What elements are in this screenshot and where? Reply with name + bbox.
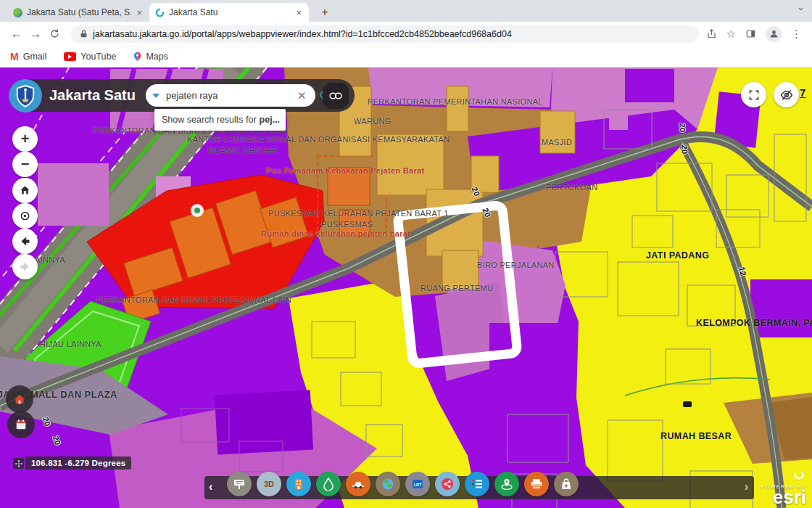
svg-text:LRT: LRT [414, 483, 422, 487]
layer-count-link[interactable]: 7 [800, 86, 805, 99]
browser-tab-1[interactable]: Jakarta Satu (Satu Peta, Satu D × [7, 3, 149, 22]
map-label: WARUNG [354, 117, 392, 126]
toolbar-print-button[interactable] [524, 472, 549, 496]
search-source-dropdown-icon[interactable] [152, 94, 160, 98]
toolbar-prev-icon[interactable]: ‹ [209, 480, 212, 493]
arrow-right-icon [19, 261, 31, 273]
reload-icon[interactable] [45, 25, 64, 44]
house-icon [13, 393, 26, 406]
map-label: RUMAH BESAR [660, 431, 732, 441]
basemap-home-button[interactable] [6, 385, 33, 413]
menu-dots-icon[interactable]: ⋮ [791, 28, 802, 41]
gmail-icon: M [10, 51, 19, 62]
map-label: JATI PADANG [646, 250, 709, 261]
browser-tab-2[interactable]: Jakarta Satu × [149, 3, 309, 22]
fullscreen-button[interactable] [741, 82, 766, 107]
jakarta-logo [9, 79, 42, 112]
side-panel-icon[interactable] [745, 28, 756, 39]
calendar-button[interactable] [7, 411, 35, 438]
map-label: BIRO PERJALANAN [477, 261, 555, 269]
previous-extent-button[interactable] [12, 229, 38, 254]
jakarta-satu-favicon-icon [155, 8, 165, 17]
next-extent-button[interactable] [12, 254, 38, 279]
toolbar-building-info-button[interactable] [286, 472, 311, 496]
arrow-left-icon [19, 235, 31, 247]
tab-close-icon[interactable]: × [135, 7, 144, 18]
toolbar-water-button[interactable] [316, 472, 341, 496]
toolbar-3d-map-button[interactable]: 3D [257, 472, 281, 496]
bookmark-maps[interactable]: Maps [133, 52, 168, 62]
padlock-icon [80, 29, 88, 38]
tab-close-icon[interactable]: × [294, 7, 303, 18]
map-label: KELOMPOK BERMAIN, PAUD, [696, 318, 812, 328]
toolbar-location-button[interactable] [494, 472, 519, 496]
bookmark-youtube[interactable]: YouTube [64, 52, 116, 62]
home-icon [19, 184, 31, 197]
toolbar-legend-button[interactable] [465, 472, 489, 496]
esri-logo-text: esri [761, 489, 806, 505]
toolbar-advertising-board-button[interactable] [227, 472, 252, 496]
link-icon [329, 91, 342, 100]
tab-title: Jakarta Satu (Satu Peta, Satu D [27, 7, 130, 17]
toolbar-next-icon[interactable]: › [745, 480, 748, 493]
map-label: PUSKESMAS KELURAHAN PEJATEN BARAT 1 [268, 209, 449, 218]
maps-pin-icon [133, 52, 141, 62]
tab-title: Jakarta Satu [169, 7, 290, 17]
crosshair-icon [15, 460, 22, 467]
profile-avatar[interactable] [766, 26, 782, 42]
youtube-icon [64, 52, 76, 61]
toolbar-add-data-button[interactable] [554, 472, 579, 496]
share-link-button[interactable] [323, 83, 349, 109]
clear-search-icon[interactable]: ✕ [294, 89, 310, 102]
forward-icon[interactable]: → [26, 25, 45, 44]
zoom-out-button[interactable]: − [12, 152, 38, 177]
bookmark-star-icon[interactable]: ☆ [726, 28, 736, 41]
search-input[interactable] [166, 90, 294, 101]
fullscreen-icon [748, 89, 760, 101]
toolbar-heavy-vehicle-button[interactable] [346, 472, 370, 496]
bookmarks-bar: M Gmail YouTube Maps [0, 46, 812, 67]
map-label: Rumah dinas kelurahan pejaten barat [261, 229, 410, 238]
map-label: 12 [737, 266, 747, 276]
esri-attribution: POWERED BY esri [761, 469, 806, 505]
selected-parcel-highlight [392, 200, 523, 369]
suggestion-term: pej... [260, 115, 280, 125]
map-label: 20 [678, 123, 687, 132]
globe-favicon-icon [13, 8, 22, 17]
map-label: Pos Pemadam Kebakaran Pejaten Barat [266, 166, 424, 175]
chevron-down-icon[interactable]: ⌄ [797, 1, 805, 12]
share-icon[interactable] [706, 28, 717, 39]
toolbar-lrt-button[interactable]: LRT [405, 472, 430, 496]
search-suggestion[interactable]: Show search results for pej... [154, 109, 286, 131]
locate-icon [19, 210, 31, 222]
map-label: PUSKESMAS [321, 220, 373, 229]
address-bar[interactable]: jakartasatu.jakarta.go.id/portal/apps/we… [71, 25, 699, 43]
map-label: HIJAU LAINNYA [40, 340, 102, 348]
map-label: MASJID [542, 138, 572, 147]
bottom-toolbar: ‹ › 3DLRT [204, 476, 754, 499]
map-label: PERTOKOAN [546, 183, 597, 192]
back-icon[interactable]: ← [7, 25, 26, 44]
map-label: 20 [680, 144, 689, 154]
url-text: jakartasatu.jakarta.go.id/portal/apps/we… [93, 29, 512, 39]
search-box[interactable]: ✕ [146, 84, 315, 107]
toolbar-globe-basemap-button[interactable] [376, 472, 400, 496]
coordinate-tool-button[interactable] [13, 458, 24, 469]
app-title: Jakarta Satu [49, 87, 136, 104]
esri-ring-icon [793, 469, 805, 480]
zoom-in-button[interactable]: + [12, 126, 38, 152]
hide-layers-button[interactable] [774, 82, 799, 107]
coordinates-readout: 106.831 -6.279 Degrees [25, 456, 131, 470]
locate-button[interactable] [12, 203, 38, 229]
eye-off-icon [780, 89, 793, 102]
map-label: KANTOR LEMBAGA SOSIAL DAN ORGANISASI KEM… [187, 135, 450, 144]
bookmark-gmail[interactable]: M Gmail [10, 51, 46, 62]
home-button[interactable] [12, 178, 38, 203]
map-canvas[interactable]: PERKANTORAN PEMERINTAHAN NASIONALWARUNGK… [0, 67, 812, 508]
map-label: ISLAMIC CENTER [207, 146, 278, 155]
app-header: Jakarta Satu ✕ [9, 79, 355, 112]
svg-text:3D: 3D [264, 480, 274, 488]
toolbar-share-button[interactable] [435, 472, 460, 496]
new-tab-button[interactable]: + [316, 4, 334, 21]
map-label: PERKANTORAN PEMERINTAHAN NASIONAL [368, 97, 543, 106]
